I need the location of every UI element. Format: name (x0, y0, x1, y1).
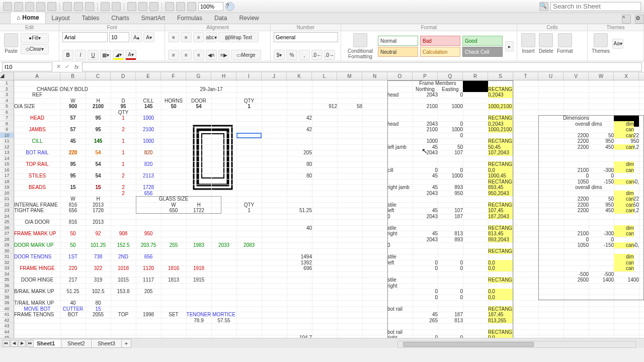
name-box[interactable] (2, 62, 52, 71)
cell-Q3[interactable]: 0 (438, 92, 463, 98)
underline-button[interactable]: U (88, 50, 99, 60)
cell-Q2[interactable]: Easting (438, 86, 463, 93)
cell-O3[interactable]: head (387, 92, 413, 98)
cell-D6[interactable]: QTY (111, 110, 136, 116)
cell-A27[interactable]: FRAME MARK UP (14, 231, 60, 237)
cell-X26[interactable]: dim (614, 225, 634, 231)
cell-C7[interactable]: 95 (86, 115, 111, 121)
cell-A5[interactable]: O/A SIZE (14, 104, 60, 110)
cell-W22[interactable]: 950 (589, 202, 614, 208)
cell-C11[interactable]: 145 (86, 138, 111, 144)
cell-M5[interactable]: 58 (337, 104, 362, 110)
cell-V10[interactable]: 2200 (564, 133, 589, 139)
cell-S13[interactable]: 107,2043 (488, 150, 513, 156)
cell-C41[interactable]: 2055 (86, 312, 111, 318)
cell-F4[interactable]: HORNS (161, 98, 186, 104)
clear-button[interactable]: ◇ Clear ▾ (21, 44, 49, 54)
cell-O26[interactable]: stile (387, 225, 413, 231)
cell-D19[interactable]: 2 (111, 185, 136, 191)
cell-Q23[interactable]: 107 (438, 208, 463, 214)
cell-Q8[interactable]: 0 (438, 121, 463, 127)
comma-button[interactable]: , (299, 50, 310, 60)
cell-A2[interactable]: CHANGE ONLY BOLD (14, 86, 111, 93)
cell-S28[interactable]: 893,2043 (488, 237, 513, 243)
cell-D35[interactable]: 1015 (111, 277, 136, 283)
sheet-tab-3[interactable]: Sheet3 (91, 339, 122, 348)
cell-O40[interactable]: bot rail (387, 306, 413, 312)
cell-Q37[interactable]: 0 (438, 289, 463, 295)
cell-S12[interactable]: 50,45 (488, 144, 513, 150)
cell-F41[interactable]: SET (161, 312, 186, 318)
print-icon[interactable] (47, 2, 56, 11)
select-all-corner[interactable]: ◢ (0, 72, 14, 80)
cell-P24[interactable]: 2043 (413, 214, 438, 220)
open-icon[interactable] (25, 2, 34, 11)
cell-C23[interactable]: 1728 (86, 208, 111, 214)
cell-X9[interactable]: can (614, 127, 634, 133)
cell-S17[interactable]: 1000,45 (488, 173, 513, 179)
cell-E11[interactable]: 1000 (136, 138, 161, 144)
cell-B15[interactable]: 95 (60, 161, 86, 167)
cell-B25[interactable]: 816 (60, 219, 86, 225)
cell-B19[interactable]: 15 (60, 185, 86, 191)
cell-S24[interactable]: 187,2043 (488, 214, 513, 220)
cell-Q19[interactable]: 893 (438, 185, 463, 191)
cell-W21[interactable]: 50 (589, 196, 614, 202)
cell-A15[interactable]: TOP RAIL (14, 161, 60, 167)
accept-icon[interactable]: ✓ (65, 63, 69, 70)
fillcolor-button[interactable]: ◢▾ (113, 50, 124, 60)
cell-Q28[interactable]: 893 (438, 237, 463, 243)
cell-S38[interactable]: 0,0 (488, 295, 513, 301)
cell-V16[interactable]: 2100 (564, 167, 589, 173)
cell-I29[interactable]: 2083 (236, 242, 262, 248)
cell-L5[interactable]: 912 (312, 104, 337, 110)
cell-P27[interactable]: 45 (413, 231, 438, 237)
cell-C22[interactable]: 2013 (86, 202, 111, 208)
cell-B21[interactable]: W (60, 196, 86, 202)
cell-X20[interactable]: dim (614, 191, 634, 197)
cell-P38[interactable]: 0 (413, 295, 438, 301)
cell-G2[interactable]: 29-Jan-17 (186, 86, 236, 93)
help-icon[interactable]: ? (225, 2, 234, 11)
fill-button[interactable]: ● Fill ▾ (21, 33, 49, 43)
cell-Q16[interactable]: 0 (438, 167, 463, 173)
wraptext-button[interactable]: ▤ Wrap Text (218, 32, 259, 42)
cell-S42[interactable]: 813,265 (488, 318, 513, 324)
font-size-select[interactable] (109, 32, 129, 42)
tab-smartart[interactable]: SmartArt (135, 13, 171, 24)
orientation-button[interactable]: abc▾ (206, 32, 217, 42)
cell-W17[interactable]: 0 (589, 173, 614, 179)
sum-icon[interactable] (127, 2, 136, 11)
tab-home[interactable]: ⌂Home (10, 12, 46, 24)
cell-F5[interactable]: 50 (161, 104, 186, 110)
row-headers[interactable]: 1234567891011121314151617181920212223242… (0, 80, 14, 348)
cell-V12[interactable]: 2200 (564, 144, 589, 150)
paste-icon[interactable] (85, 2, 94, 11)
cell-S16[interactable]: 0,0 (488, 167, 513, 173)
tab-first-button[interactable]: ⏮ (3, 340, 10, 347)
new-icon[interactable] (14, 2, 23, 11)
cell-B22[interactable]: 816 (60, 202, 86, 208)
align-mid-button[interactable]: ≡ (181, 32, 192, 42)
cell-W10[interactable]: 50 (589, 133, 614, 139)
cell-X21[interactable]: can (614, 196, 634, 202)
settings-icon[interactable]: ⚙ (635, 15, 644, 24)
cell-S8[interactable]: 0,2043 (488, 121, 513, 127)
cell-V29[interactable]: 1050 (564, 242, 589, 248)
cell-C21[interactable]: H (86, 196, 111, 202)
cell-C40[interactable]: 15 (86, 306, 111, 312)
cell-W34[interactable]: -500 (589, 272, 614, 278)
cell-A19[interactable]: BEADS (14, 185, 60, 191)
cell-D11[interactable]: 1 (111, 138, 136, 144)
cell-A23[interactable]: TIGHT PANE (14, 208, 60, 214)
cell-S30[interactable]: RECTANGLE (488, 248, 513, 254)
cell-S22[interactable]: RECTANGLE (488, 202, 513, 208)
cell-A31[interactable]: DOOR TENONS (14, 254, 60, 260)
cell-P42[interactable]: 265 (413, 318, 438, 324)
cell-Q42[interactable]: 813 (438, 318, 463, 324)
cell-H41[interactable]: MORTICE (211, 312, 236, 318)
number-format-select[interactable] (274, 32, 338, 42)
cell-O27[interactable]: right (387, 231, 413, 237)
undo-icon[interactable] (101, 2, 110, 11)
bold-button[interactable]: B (62, 50, 73, 60)
